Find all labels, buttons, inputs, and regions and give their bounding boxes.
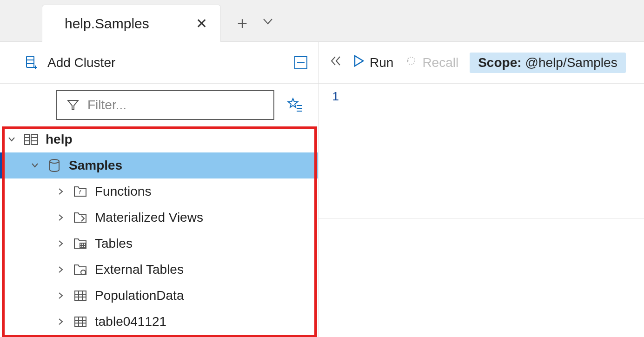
tab-dropdown-icon[interactable] xyxy=(262,15,274,31)
tree-item-label: Functions xyxy=(95,184,151,199)
add-cluster-label: Add Cluster xyxy=(47,55,115,70)
tree-node-database[interactable]: Samples xyxy=(0,152,318,178)
tree-item-label: External Tables xyxy=(95,262,184,277)
filter-input[interactable] xyxy=(87,98,265,112)
svg-marker-8 xyxy=(288,99,298,107)
query-editor[interactable]: 1 xyxy=(319,84,644,218)
table-icon xyxy=(73,314,88,330)
svg-rect-25 xyxy=(75,291,86,300)
collapse-panel-icon[interactable] xyxy=(293,55,309,71)
tree-item-label: table041121 xyxy=(95,314,166,329)
tree-cluster-label: help xyxy=(46,132,73,147)
svg-rect-12 xyxy=(25,134,29,145)
scope-label: Scope: xyxy=(478,55,521,70)
tree-item-label: Materialized Views xyxy=(95,210,203,225)
chevron-right-icon[interactable] xyxy=(56,265,66,274)
run-button[interactable]: Run xyxy=(353,54,393,71)
code-area[interactable] xyxy=(345,84,644,218)
tree-node-table-populationdata[interactable]: PopulationData xyxy=(0,283,318,309)
chevron-down-icon[interactable] xyxy=(30,161,40,170)
tree-node-table-table041121[interactable]: table041121 xyxy=(0,309,318,335)
filter-icon xyxy=(65,97,81,113)
tree-item-label: Tables xyxy=(95,236,133,251)
chevron-right-icon[interactable] xyxy=(56,187,66,196)
tab-active[interactable]: help.Samples ✕ xyxy=(42,5,221,42)
connections-panel: Add Cluster xyxy=(0,42,319,337)
chevron-right-icon[interactable] xyxy=(56,317,66,326)
filter-input-container[interactable] xyxy=(56,90,274,120)
database-icon xyxy=(46,158,62,173)
materialized-views-folder-icon xyxy=(73,210,88,225)
tree-item-label: PopulationData xyxy=(95,288,184,303)
close-icon[interactable]: ✕ xyxy=(196,15,207,32)
svg-rect-15 xyxy=(31,134,38,145)
tree-node-tables[interactable]: Tables xyxy=(0,231,318,257)
run-label: Run xyxy=(370,55,393,70)
tree-node-cluster[interactable]: help xyxy=(0,126,318,152)
svg-rect-30 xyxy=(75,317,86,326)
chevron-right-icon[interactable] xyxy=(56,213,66,222)
chevron-right-icon[interactable] xyxy=(56,291,66,300)
svg-text:f: f xyxy=(79,189,81,196)
scope-badge[interactable]: Scope: @help/Samples xyxy=(470,53,625,73)
new-tab-icon[interactable]: ＋ xyxy=(234,12,251,34)
chevron-right-icon[interactable] xyxy=(56,239,66,248)
tree-node-external-tables[interactable]: External Tables xyxy=(0,257,318,283)
recall-button: Recall xyxy=(405,54,458,71)
chevron-down-icon[interactable] xyxy=(7,135,17,144)
tables-folder-icon xyxy=(73,236,88,251)
table-icon xyxy=(73,288,88,304)
tree-node-functions[interactable]: f Functions xyxy=(0,178,318,205)
recall-icon xyxy=(405,54,418,71)
svg-point-18 xyxy=(50,159,59,163)
play-icon xyxy=(353,54,364,71)
svg-marker-36 xyxy=(407,59,409,63)
cluster-icon xyxy=(23,132,39,147)
tab-title: help.Samples xyxy=(65,16,149,32)
query-panel: Run Recall Scope: @help/Samples xyxy=(319,42,644,337)
svg-marker-7 xyxy=(68,100,78,110)
add-cluster-button[interactable]: Add Cluster xyxy=(23,55,115,71)
add-cluster-icon xyxy=(23,55,39,71)
tab-bar: help.Samples ✕ ＋ xyxy=(0,0,644,42)
tree-node-materialized-views[interactable]: Materialized Views xyxy=(0,205,318,231)
favorites-icon[interactable] xyxy=(287,97,303,113)
external-tables-folder-icon xyxy=(73,262,88,278)
functions-folder-icon: f xyxy=(73,184,88,199)
line-number-gutter: 1 xyxy=(319,84,345,218)
recall-label: Recall xyxy=(422,55,458,70)
scope-value: @help/Samples xyxy=(525,55,617,70)
line-number: 1 xyxy=(319,89,339,104)
collapse-toolbar-icon[interactable] xyxy=(330,55,342,70)
svg-marker-35 xyxy=(355,56,363,66)
svg-rect-0 xyxy=(27,56,34,67)
tree-database-label: Samples xyxy=(69,158,122,173)
